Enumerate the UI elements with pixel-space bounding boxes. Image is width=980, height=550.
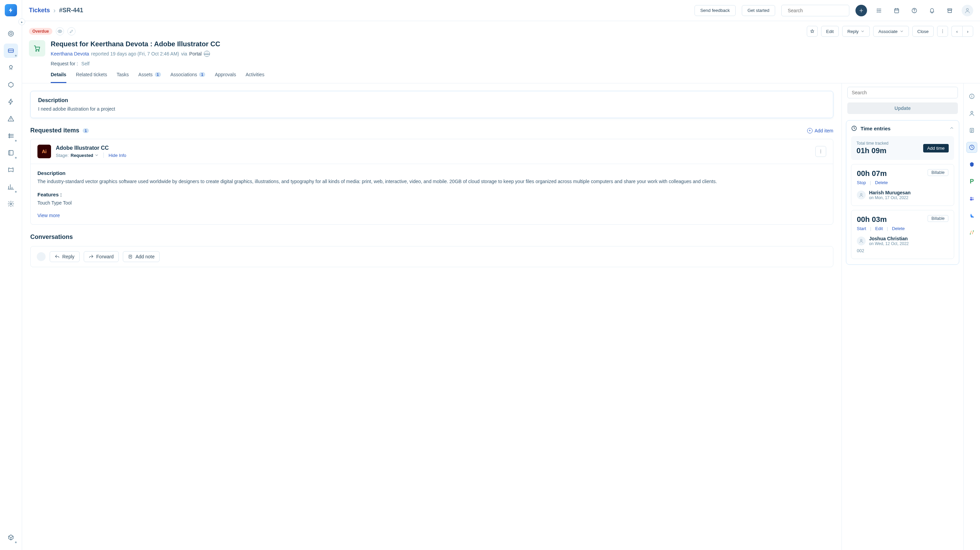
time-entry-edit-link[interactable]: Edit — [875, 226, 883, 231]
app-logo[interactable] — [5, 4, 17, 16]
globe-icon — [204, 51, 210, 57]
new-button[interactable] — [856, 5, 867, 16]
requester-link[interactable]: Keerthana Devota — [51, 51, 89, 56]
nav-item-knowledge[interactable] — [4, 163, 18, 177]
breadcrumb-root[interactable]: Tickets — [29, 7, 50, 14]
time-entry-delete-link[interactable]: Delete — [875, 180, 888, 185]
nav-item-tickets[interactable] — [4, 43, 18, 58]
time-entries-heading: Time entries — [861, 126, 891, 131]
nav-item-changes[interactable] — [4, 78, 18, 92]
convo-reply-button[interactable]: Reply — [50, 251, 80, 262]
nav-expand-toggle[interactable]: ▸ — [18, 18, 25, 25]
rail-app-orchestration-icon[interactable] — [966, 227, 977, 238]
hide-info-link[interactable]: Hide Info — [108, 153, 126, 158]
tab-related-tickets[interactable]: Related tickets — [76, 72, 107, 83]
collapse-panel-icon[interactable] — [950, 126, 954, 131]
nav-item-releases[interactable] — [4, 95, 18, 109]
rail-app-teams-icon[interactable] — [966, 193, 977, 204]
svg-rect-30 — [972, 199, 974, 201]
item-name: Adobe Illustrator CC — [56, 145, 126, 151]
marketplace-icon[interactable] — [944, 5, 956, 16]
star-button[interactable] — [807, 26, 818, 37]
calendar-icon[interactable] — [891, 5, 902, 16]
svg-rect-4 — [8, 150, 13, 155]
next-ticket-button[interactable]: › — [962, 26, 973, 37]
close-button[interactable]: Close — [912, 26, 934, 37]
global-search-input[interactable] — [788, 8, 847, 13]
update-button[interactable]: Update — [847, 102, 958, 114]
nav-item-dashboard[interactable] — [4, 27, 18, 41]
todo-icon[interactable] — [873, 5, 885, 16]
prev-ticket-button[interactable]: ‹ — [951, 26, 962, 37]
rail-info-icon[interactable] — [966, 91, 977, 102]
request-for-value: Self — [81, 61, 89, 66]
add-item-link[interactable]: + Add item — [807, 128, 833, 134]
nav-item-reports[interactable] — [4, 180, 18, 194]
help-icon[interactable] — [908, 5, 920, 16]
stage-value: Requested — [71, 153, 93, 158]
notifications-icon[interactable] — [926, 5, 938, 16]
nav-item-apps[interactable] — [4, 530, 18, 545]
status-badge: Overdue — [29, 28, 52, 35]
requested-item-card: Ai Adobe Illustrator CC Stage: Requested — [30, 139, 833, 225]
rail-time-icon[interactable] — [966, 142, 977, 153]
svg-point-0 — [10, 33, 12, 35]
tab-associations-label: Associations — [170, 72, 197, 77]
rail-app-blue-icon[interactable] — [966, 159, 977, 170]
tab-approvals[interactable]: Approvals — [215, 72, 236, 83]
edit-subject-icon[interactable] — [67, 27, 76, 35]
edit-button[interactable]: Edit — [821, 26, 839, 37]
nav-item-problems[interactable] — [4, 61, 18, 75]
view-more-link[interactable]: View more — [37, 213, 60, 218]
convo-forward-button[interactable]: Forward — [84, 251, 119, 262]
assets-count: 1 — [155, 72, 161, 77]
send-feedback-button[interactable]: Send feedback — [695, 5, 736, 16]
nav-item-assets[interactable] — [4, 129, 18, 143]
profile-avatar[interactable] — [962, 5, 973, 16]
requested-items-count: 1 — [83, 128, 89, 133]
time-entry-delete-link[interactable]: Delete — [892, 226, 905, 231]
item-features-body: Touch Type Tool — [37, 199, 826, 207]
nav-item-alerts[interactable] — [4, 112, 18, 126]
add-time-button[interactable]: Add time — [923, 144, 949, 153]
watch-icon[interactable] — [56, 27, 64, 35]
time-entry-card: 00h 07m Billable Stop | Delete Harish Mu… — [851, 164, 954, 206]
total-time-label: Total time tracked — [856, 141, 888, 146]
panel-search-input[interactable] — [852, 90, 953, 95]
rail-app-atlassian-icon[interactable] — [966, 210, 977, 221]
divider — [103, 153, 104, 158]
conversation-avatar — [37, 252, 46, 261]
nav-item-solutions[interactable] — [4, 146, 18, 160]
nav-item-admin[interactable] — [4, 197, 18, 211]
reply-arrow-icon — [55, 254, 60, 259]
rail-app-p-icon[interactable]: P — [966, 176, 977, 187]
tab-details[interactable]: Details — [51, 72, 66, 83]
tab-activities[interactable]: Activities — [246, 72, 264, 83]
convo-add-note-button[interactable]: Add note — [123, 251, 159, 262]
svg-point-11 — [942, 30, 943, 30]
global-search[interactable] — [781, 5, 850, 16]
breadcrumb: Tickets › #SR-441 — [29, 6, 83, 14]
svg-point-18 — [821, 153, 821, 153]
rail-requester-icon[interactable] — [966, 108, 977, 119]
more-actions-button[interactable] — [937, 26, 948, 37]
rail-notes-icon[interactable] — [966, 125, 977, 136]
stage-select[interactable]: Requested — [71, 153, 99, 158]
convo-add-note-label: Add note — [135, 254, 154, 259]
total-time-box: Total time tracked 01h 09m Add time — [851, 136, 954, 160]
get-started-button[interactable]: Get started — [742, 5, 775, 16]
svg-rect-19 — [129, 255, 132, 258]
conversations-section: Conversations Reply Forward Add note — [30, 233, 833, 267]
item-desc-heading: Description — [37, 170, 826, 176]
associate-button[interactable]: Associate — [873, 26, 908, 37]
tab-assets[interactable]: Assets1 — [138, 72, 161, 83]
panel-search[interactable] — [847, 87, 958, 98]
time-entry-stop-link[interactable]: Stop — [857, 180, 866, 185]
tab-tasks[interactable]: Tasks — [117, 72, 129, 83]
time-entry-user: Joshua Christian — [869, 236, 909, 241]
tab-associations[interactable]: Associations1 — [170, 72, 205, 83]
time-entry-start-link[interactable]: Start — [857, 226, 866, 231]
item-more-button[interactable] — [815, 146, 826, 157]
associate-button-label: Associate — [878, 29, 897, 34]
reply-button[interactable]: Reply — [842, 26, 870, 37]
